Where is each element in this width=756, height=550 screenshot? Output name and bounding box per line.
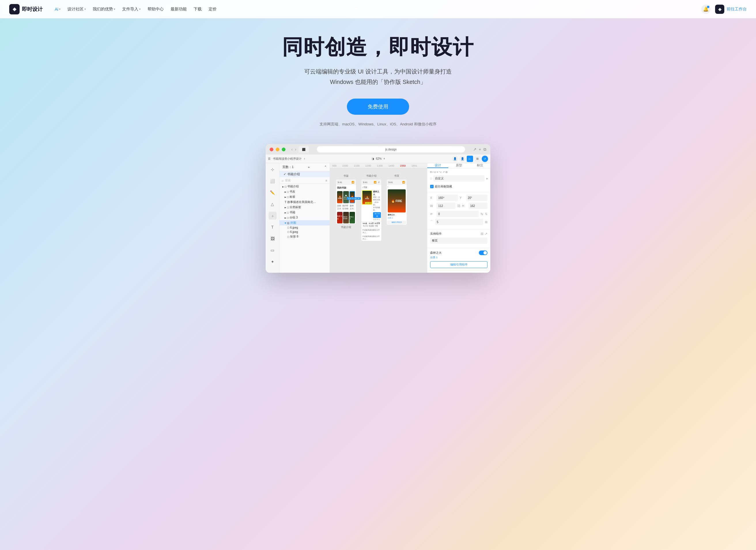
chevron-down-icon: ▾ (84, 7, 86, 11)
window-toolbar: ↗ + ⧉ (473, 147, 486, 152)
toggle-switch[interactable] (479, 250, 487, 255)
h-input[interactable]: 162 (468, 203, 487, 209)
tree-item[interactable]: T 故事描述在美国南北战争时... (279, 199, 330, 205)
nav-item-new[interactable]: 最新功能 (168, 5, 190, 14)
window-minimize-button[interactable] (276, 147, 279, 151)
sync-icon[interactable]: ↺ (482, 156, 488, 162)
y-input[interactable]: 20° (466, 194, 488, 201)
instance-section: 森林之火 分类 1 编辑引用组件 (427, 248, 490, 271)
expand-icon[interactable]: ⌃ (324, 165, 327, 169)
url-bar[interactable]: js.design (317, 146, 465, 152)
corner-icon: ⌒ (430, 220, 433, 224)
forward-arrow-icon[interactable]: › (295, 147, 296, 152)
add-page-icon[interactable]: + (308, 165, 310, 169)
frame-sublabel: 书架介绍 (341, 225, 351, 229)
properties-panel: 设计 原型 标注 B I U ≡ ⌥ ↗ ⊞ □ 自定义 › ✓ 超出 (427, 163, 490, 273)
tree-item[interactable]: ▸□ 书籍 (279, 210, 330, 215)
tree-item-cover[interactable]: ▾◎ 封面 (279, 220, 330, 225)
nav-item-ai[interactable]: Ai ▾ (52, 5, 63, 13)
add-tab-icon[interactable]: + (479, 147, 481, 152)
mini-frame-2: 9:41📶 ↗ ‹ 书架 🔥FIRE 113×102 (361, 179, 382, 241)
layers-panel: 页数：1 + ⌃ ✓ 书籍介绍 ⌕ 搜索 ≡ ▸□ 书籍介绍 (279, 163, 330, 273)
chevron-icon: › (486, 177, 487, 180)
window-maximize-button[interactable] (282, 147, 286, 151)
duplicate-icon[interactable]: ⧉ (483, 147, 486, 152)
menu-icon[interactable]: ☰ (268, 157, 271, 160)
nav-item-community[interactable]: 设计社区 ▾ (65, 5, 89, 14)
notification-button[interactable]: 🔔 (701, 5, 710, 14)
tree-item[interactable]: □ 矩形 8 (279, 234, 330, 239)
window-icon: ⬛ (298, 146, 309, 152)
corner-expand-icon[interactable]: ⊞ (485, 220, 487, 224)
theme-toggle-icon[interactable]: ◑ (372, 157, 374, 160)
window-titlebar: ‹ › ⬛ js.design ↗ + ⧉ (266, 144, 490, 154)
mini-frame-3: 9:41📶 ‹ 🔥 FIRE 森林之火 分类 1 (386, 179, 407, 225)
page-item[interactable]: ✓ 书籍介绍 (279, 171, 330, 177)
tab-annotation[interactable]: 标注 (469, 163, 490, 168)
share-button[interactable]: ▷ (467, 156, 473, 162)
chevron-down-icon: ▾ (139, 7, 141, 11)
frame-label-3: 书页 (394, 174, 399, 178)
tree-item[interactable]: ▸□ 书友 (279, 189, 330, 194)
tab-design[interactable]: 设计 (427, 163, 448, 168)
user-avatar[interactable]: ◈ 前往工作台 (715, 5, 747, 14)
component-icon2[interactable]: ↗ (485, 232, 487, 236)
component-type-row: □ 自定义 › (430, 175, 487, 181)
zoom-in-icon[interactable]: + (383, 157, 385, 160)
tab-prototype[interactable]: 原型 (448, 163, 469, 168)
filter-icon[interactable]: ≡ (326, 179, 327, 182)
responsive-section: 响应式调整 + (427, 271, 490, 273)
corner-row: ⌒ 5 ⊞ (430, 219, 487, 225)
nav-item-advantages[interactable]: 我们的优势 ▾ (90, 5, 118, 14)
nav-item-download[interactable]: 下载 (191, 5, 205, 14)
tree-item[interactable]: □ 6.jpeg (279, 230, 330, 234)
x-input[interactable]: 160⁰ (436, 194, 458, 201)
align-input[interactable]: 整页 (430, 237, 487, 244)
shape-tool[interactable]: △ (269, 200, 277, 208)
component-icon1[interactable]: ⊞ (481, 232, 483, 236)
hero-section: 同时创造，即时设计 可云端编辑的专业级 UI 设计工具，为中国设计师量身打造 W… (0, 0, 756, 550)
select-tool[interactable]: ⊹ (269, 165, 277, 173)
nav-logo[interactable]: ◈ 即时设计 (9, 4, 43, 14)
tree-item[interactable]: □ 6.jpeg (279, 225, 330, 230)
type-input[interactable]: 自定义 (433, 175, 485, 181)
flip-icon[interactable]: ⇆ (481, 212, 483, 216)
layers-search[interactable]: ⌕ 搜索 ≡ (279, 177, 330, 184)
tree-group-item[interactable]: ▸□ 书籍介绍 (279, 184, 330, 189)
rotation-input[interactable]: 0 (436, 211, 479, 217)
share-icon[interactable]: ↗ (473, 147, 477, 152)
tree-item[interactable]: ▸□ 标签 (279, 194, 330, 199)
free-use-button[interactable]: 免费使用 (347, 99, 409, 115)
goto-workspace-button[interactable]: 前往工作台 (727, 7, 747, 12)
avatar-small-2[interactable]: 👤 (459, 156, 466, 162)
window-close-button[interactable] (270, 147, 273, 151)
clip-row: ✓ 超出画板隐藏 (430, 183, 487, 190)
rect-tool[interactable]: ▭ (269, 246, 277, 254)
w-input[interactable]: 112 (436, 203, 456, 209)
pen-tool[interactable]: ✏️ (269, 188, 277, 196)
app-window: ‹ › ⬛ js.design ↗ + ⧉ ☰ 书籍阅读类小程序设计 › ◑ 6… (266, 144, 490, 273)
tree-item[interactable]: ▸□ 分组 3 (279, 215, 330, 220)
nav-item-import[interactable]: 文件导入 ▾ (119, 5, 143, 14)
tree-item[interactable]: ▸□ 分类标签 (279, 205, 330, 210)
flip-v-icon[interactable]: ⇅ (485, 212, 487, 216)
nav-item-pricing[interactable]: 定价 (206, 5, 220, 14)
nav-item-help[interactable]: 帮助中心 (145, 5, 167, 14)
corner-input[interactable]: 5 (435, 219, 483, 225)
frame-label: 书架 (343, 174, 349, 178)
clip-checkbox[interactable]: ✓ (430, 185, 434, 188)
avatar-small-1[interactable]: 👤 (452, 156, 458, 162)
component-tool[interactable]: ⬦ (269, 211, 277, 220)
eyedropper-tool[interactable]: ✦ (269, 258, 277, 266)
grid-icon[interactable]: ⊞ (474, 156, 481, 162)
text-tool[interactable]: T (269, 223, 277, 231)
lock-icon[interactable]: ⛓ (457, 204, 460, 207)
edit-component-button[interactable]: 编辑引用组件 (430, 261, 487, 268)
back-arrow-icon[interactable]: ‹ (291, 147, 293, 152)
frame-tool[interactable]: ⬜ (269, 177, 277, 185)
canvas-area[interactable]: 50010001100 120013001400 15501841 书架 9:4… (330, 163, 427, 273)
layers-header: 页数：1 + ⌃ (279, 163, 330, 171)
image-tool[interactable]: 🖼 (269, 235, 277, 243)
logo-text: 即时设计 (22, 6, 43, 13)
avatar-icon: ◈ (715, 5, 724, 14)
